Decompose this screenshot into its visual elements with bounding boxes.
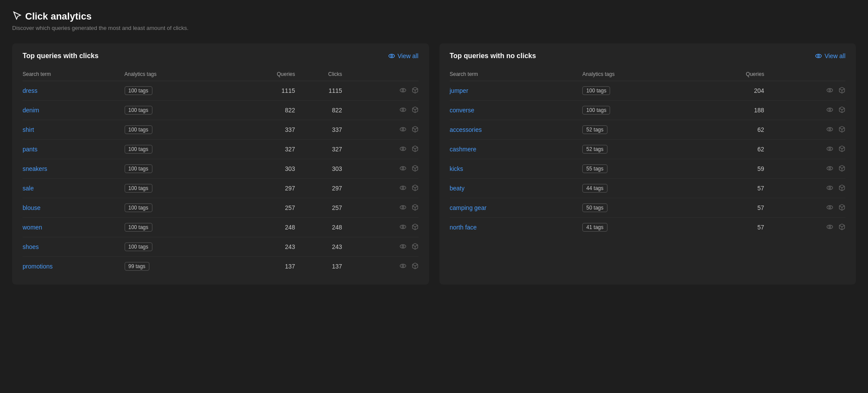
search-term-link[interactable]: kicks [450,165,463,172]
tag-badge[interactable]: 55 tags [582,164,607,173]
tag-badge[interactable]: 100 tags [125,106,152,115]
eye-action-icon[interactable] [826,87,833,94]
box-action-icon[interactable] [838,106,845,113]
tag-badge[interactable]: 52 tags [582,125,607,134]
search-term-link[interactable]: promotions [23,263,53,270]
col-clicks-1: Clicks [295,68,342,81]
tag-badge[interactable]: 41 tags [582,223,607,232]
eye-action-icon[interactable] [826,106,833,113]
tag-badge[interactable]: 100 tags [125,223,152,232]
eye-action-icon[interactable] [399,126,406,133]
search-term-link[interactable]: converse [450,107,475,114]
box-action-icon[interactable] [412,126,419,133]
search-term-link[interactable]: shirt [23,126,34,133]
tag-badge[interactable]: 100 tags [125,145,152,154]
box-action-icon[interactable] [838,126,845,133]
box-action-icon[interactable] [838,165,845,172]
eye-action-icon[interactable] [826,145,833,152]
table-row: kicks 55 tags 59 [450,159,846,179]
row-actions [342,101,419,120]
search-term-link[interactable]: shoes [23,243,39,250]
search-term-link[interactable]: dress [23,87,37,94]
box-action-icon[interactable] [412,87,419,94]
tag-badge[interactable]: 100 tags [125,164,152,173]
search-term-link[interactable]: pants [23,146,37,153]
box-action-icon[interactable] [412,223,419,230]
eye-action-icon[interactable] [826,204,833,211]
eye-action-icon[interactable] [399,262,406,269]
box-action-icon[interactable] [838,145,845,152]
box-action-icon[interactable] [412,262,419,269]
svg-point-46 [827,167,832,170]
search-term-link[interactable]: denim [23,107,39,114]
box-action-icon[interactable] [838,87,845,94]
no-clicks-table: Search term Analytics tags Queries jumpe… [450,68,846,237]
eye-action-icon[interactable] [826,126,833,133]
box-action-icon[interactable] [838,223,845,230]
box-action-icon[interactable] [412,184,419,191]
box-action-icon[interactable] [412,243,419,250]
search-term-link[interactable]: beaty [450,185,465,192]
queries-value: 337 [233,120,295,140]
search-term-link[interactable]: blouse [23,204,40,211]
eye-action-icon[interactable] [399,184,406,191]
panel-with-clicks-header: Top queries with clicks View all [23,52,419,60]
tag-badge[interactable]: 99 tags [125,262,149,271]
clicks-value: 303 [295,159,342,179]
search-term-link[interactable]: sneakers [23,165,47,172]
search-term-link[interactable]: north face [450,224,477,231]
tag-badge[interactable]: 100 tags [125,86,152,95]
table-row: converse 100 tags 188 [450,101,846,120]
col-search-term-2: Search term [450,68,583,81]
table-row: beaty 44 tags 57 [450,179,846,198]
tag-badge[interactable]: 100 tags [125,242,152,251]
search-term-link[interactable]: camping gear [450,204,487,211]
eye-action-icon[interactable] [399,223,406,230]
box-action-icon[interactable] [412,165,419,172]
box-action-icon[interactable] [412,204,419,211]
box-action-icon[interactable] [838,184,845,191]
search-term-link[interactable]: women [23,224,42,231]
table-row: cashmere 52 tags 62 [450,140,846,159]
panel-with-clicks-title: Top queries with clicks [23,52,99,60]
panel-no-clicks-title: Top queries with no clicks [450,52,536,60]
view-all-clicks-link[interactable]: View all [388,52,419,59]
row-actions [764,140,845,159]
eye-action-icon[interactable] [399,145,406,152]
box-action-icon[interactable] [412,145,419,152]
eye-action-icon[interactable] [399,243,406,250]
clicks-value: 137 [295,257,342,276]
eye-action-icon[interactable] [826,165,833,172]
eye-action-icon[interactable] [399,204,406,211]
tag-badge[interactable]: 100 tags [125,125,152,134]
table-row: women 100 tags 248 248 [23,218,419,237]
table-row: denim 100 tags 822 822 [23,101,419,120]
svg-point-14 [400,167,406,170]
search-term-link[interactable]: cashmere [450,146,476,153]
tag-badge[interactable]: 100 tags [125,184,152,193]
eye-action-icon[interactable] [399,87,406,94]
clicks-value: 337 [295,120,342,140]
svg-point-6 [402,109,404,111]
search-term-link[interactable]: accessories [450,126,482,133]
svg-point-21 [402,206,404,208]
queries-value: 59 [698,159,764,179]
col-actions-2 [764,68,845,81]
view-all-no-clicks-link[interactable]: View all [815,52,845,59]
tag-badge[interactable]: 100 tags [582,86,610,95]
eye-action-icon[interactable] [399,106,406,113]
tag-badge[interactable]: 50 tags [582,203,607,212]
queries-value: 257 [233,198,295,218]
eye-action-icon[interactable] [399,165,406,172]
eye-action-icon[interactable] [826,184,833,191]
box-action-icon[interactable] [412,106,419,113]
svg-point-49 [827,186,832,190]
search-term-link[interactable]: jumper [450,87,469,94]
tag-badge[interactable]: 52 tags [582,145,607,154]
search-term-link[interactable]: sale [23,185,34,192]
tag-badge[interactable]: 44 tags [582,184,607,193]
tag-badge[interactable]: 100 tags [582,106,610,115]
box-action-icon[interactable] [838,204,845,211]
eye-action-icon[interactable] [826,223,833,230]
tag-badge[interactable]: 100 tags [125,203,152,212]
